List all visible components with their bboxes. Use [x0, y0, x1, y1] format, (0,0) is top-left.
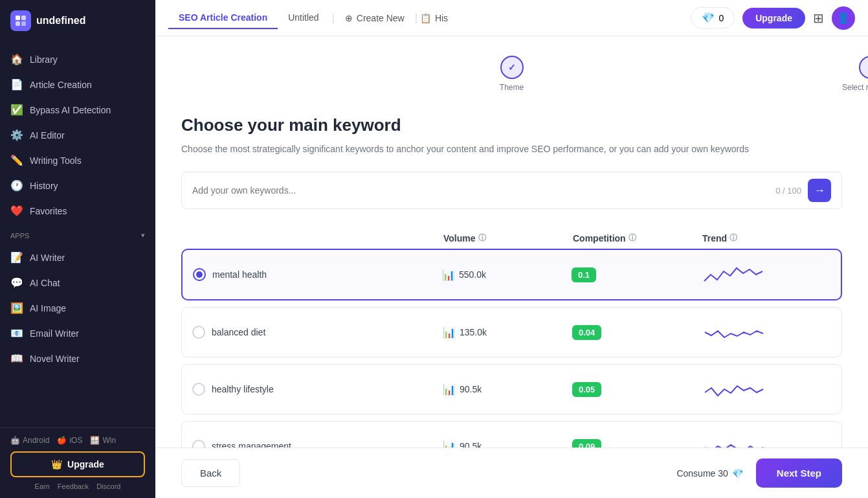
article-icon: 📄	[10, 78, 23, 91]
tab-seo-article[interactable]: SEO Article Creation	[168, 7, 278, 29]
keyword-cell-mental-health: mental health	[193, 268, 442, 281]
page-title: Choose your main keyword	[181, 115, 842, 135]
keyword-label-mental-health: mental health	[212, 269, 267, 280]
main-nav: 🏠 Library 📄 Article Creation ✅ Bypass AI…	[0, 41, 155, 427]
android-link[interactable]: 🤖 Android	[10, 436, 49, 445]
app-logo[interactable]: undefined	[0, 0, 155, 41]
sidebar-item-writing-tools[interactable]: ✏️ Writing Tools	[0, 148, 155, 173]
step-select-ref: ✓ Select reference	[842, 56, 868, 92]
volume-value-healthy-lifestyle: 90.5k	[460, 384, 482, 394]
trend-healthy-lifestyle	[702, 376, 831, 402]
volume-healthy-lifestyle: 📊 90.5k	[443, 383, 572, 396]
page-description: Choose the most strategically significan…	[181, 142, 842, 156]
trend-info-icon: ⓘ	[729, 232, 737, 243]
volume-bar-icon-4: 📊	[443, 440, 456, 447]
grid-icon[interactable]: ⊞	[813, 10, 824, 26]
topbar-upgrade-button[interactable]: Upgrade	[742, 8, 805, 28]
sidebar-item-favorites[interactable]: ❤️ Favorites	[0, 198, 155, 223]
competition-mental-health: 0.1	[572, 269, 701, 280]
volume-stress-management: 📊 90.5k	[443, 440, 572, 447]
competition-badge-stress-management: 0.09	[572, 439, 601, 447]
sidebar-item-article-creation[interactable]: 📄 Article Creation	[0, 72, 155, 97]
sidebar: undefined 🏠 Library 📄 Article Creation ✅…	[0, 0, 155, 498]
email-icon: 📧	[10, 327, 23, 339]
discord-link[interactable]: Discord	[96, 482, 120, 490]
next-step-button[interactable]: Next Step	[756, 458, 842, 488]
ios-link[interactable]: 🍎 iOS	[57, 436, 82, 445]
right-actions: Consume 30 💎 Next Step	[676, 458, 842, 488]
keyword-row-mental-health[interactable]: mental health 📊 550.0k 0.1	[181, 249, 842, 300]
history-icon: 🕐	[10, 179, 23, 192]
main-content: SEO Article Creation Untitled | ⊕ Create…	[155, 0, 868, 498]
keyword-row-balanced-diet[interactable]: balanced diet 📊 135.0k 0.04	[181, 307, 842, 357]
sidebar-item-ai-editor[interactable]: ⚙️ AI Editor	[0, 122, 155, 148]
sidebar-item-novel-writer[interactable]: 📖 Novel Writer	[0, 346, 155, 371]
ai-writer-icon: 📝	[10, 251, 23, 264]
history-tab[interactable]: 📋 His	[420, 13, 448, 23]
sidebar-label-ai-chat: AI Chat	[30, 278, 60, 288]
earn-link[interactable]: Earn	[35, 482, 50, 490]
competition-badge-balanced-diet: 0.04	[572, 325, 601, 340]
volume-value-mental-health: 550.0k	[459, 269, 486, 280]
radio-balanced-diet[interactable]	[192, 326, 205, 339]
sidebar-label-editor: AI Editor	[30, 130, 65, 141]
keyword-submit-button[interactable]: →	[808, 179, 831, 202]
volume-balanced-diet: 📊 135.0k	[443, 326, 572, 339]
sidebar-label-bypass: Bypass AI Detection	[30, 105, 111, 115]
trend-balanced-diet	[702, 319, 831, 345]
favorites-icon: ❤️	[10, 205, 23, 217]
step-circle-ref: ✓	[859, 56, 868, 79]
radio-inner-mental-health	[196, 271, 203, 278]
sidebar-bottom: 🤖 Android 🍎 iOS 🪟 Win 👑 Upgrade Earn Fee…	[0, 427, 155, 498]
tab-untitled[interactable]: Untitled	[278, 7, 329, 29]
sidebar-item-ai-image[interactable]: 🖼️ AI Image	[0, 295, 155, 321]
step-circle-theme: ✓	[500, 56, 524, 79]
sidebar-item-ai-writer[interactable]: 📝 AI Writer	[0, 245, 155, 270]
keyword-cell-healthy-lifestyle: healthy lifestyle	[192, 383, 443, 396]
sidebar-upgrade-button[interactable]: 👑 Upgrade	[10, 451, 145, 477]
volume-info-icon: ⓘ	[478, 232, 486, 243]
avatar[interactable]: 👤	[832, 6, 855, 30]
apps-section: 📝 AI Writer 💬 AI Chat 🖼️ AI Image 📧 Emai…	[0, 242, 155, 374]
competition-healthy-lifestyle: 0.05	[572, 383, 702, 395]
trend-stress-management	[702, 433, 831, 447]
steps-container: ✓ Theme ✓ Select reference 3 Main keywor…	[181, 56, 842, 92]
radio-mental-health[interactable]	[193, 268, 206, 281]
table-header: Volume ⓘ Competition ⓘ Trend ⓘ	[181, 227, 842, 249]
writing-icon: ✏️	[10, 154, 23, 166]
sidebar-label-ai-writer: AI Writer	[30, 253, 65, 263]
volume-value-balanced-diet: 135.0k	[460, 327, 487, 337]
keyword-input[interactable]	[192, 185, 769, 196]
ai-chat-icon: 💬	[10, 277, 23, 289]
step-label-theme: Theme	[500, 83, 524, 92]
sidebar-item-bypass-ai[interactable]: ✅ Bypass AI Detection	[0, 97, 155, 122]
create-new-button[interactable]: ⊕ Create New	[337, 9, 412, 27]
keyword-list: mental health 📊 550.0k 0.1	[181, 249, 842, 447]
tab-divider-2: |	[412, 12, 420, 24]
keyword-label-healthy-lifestyle: healthy lifestyle	[212, 384, 274, 394]
sidebar-item-email-writer[interactable]: 📧 Email Writer	[0, 321, 155, 346]
keyword-row-healthy-lifestyle[interactable]: healthy lifestyle 📊 90.5k 0.05	[181, 364, 842, 414]
tab-divider: |	[329, 12, 337, 24]
feedback-link[interactable]: Feedback	[58, 482, 89, 490]
ai-image-icon: 🖼️	[10, 302, 23, 314]
sidebar-item-library[interactable]: 🏠 Library	[0, 47, 155, 72]
radio-stress-management[interactable]	[192, 440, 205, 447]
sidebar-item-ai-chat[interactable]: 💬 AI Chat	[0, 270, 155, 295]
sidebar-label-article: Article Creation	[30, 80, 92, 90]
header-volume: Volume ⓘ	[443, 232, 573, 243]
svg-rect-3	[21, 21, 26, 26]
logo-icon	[10, 10, 31, 31]
competition-info-icon: ⓘ	[629, 232, 636, 243]
header-keyword	[192, 232, 443, 243]
consume-label: Consume 30	[676, 468, 728, 479]
step-theme-row: ✓ Theme	[181, 56, 842, 92]
keyword-row-stress-management[interactable]: stress management 📊 90.5k 0.09	[181, 421, 842, 447]
sidebar-item-history[interactable]: 🕐 History	[0, 173, 155, 198]
sidebar-label-ai-image: AI Image	[30, 303, 66, 313]
back-button[interactable]: Back	[181, 459, 240, 487]
header-trend: Trend ⓘ	[702, 232, 832, 243]
radio-healthy-lifestyle[interactable]	[192, 383, 205, 396]
sidebar-label-writing: Writing Tools	[30, 155, 82, 166]
win-link[interactable]: 🪟 Win	[90, 436, 116, 445]
